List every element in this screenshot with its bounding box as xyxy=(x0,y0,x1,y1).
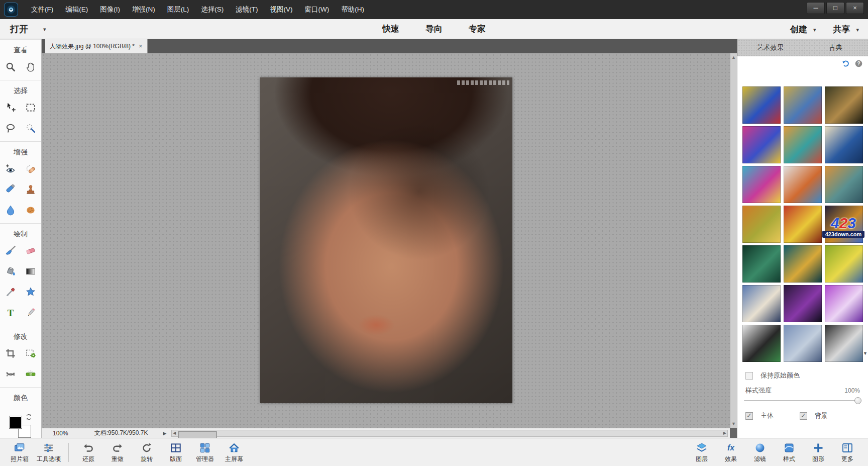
rotate-button[interactable]: 旋转 xyxy=(132,441,161,463)
thumb-boating-party[interactable] xyxy=(742,285,781,322)
mode-tab-guided[interactable]: 导向 xyxy=(412,19,456,39)
menu-view[interactable]: 视图(V) xyxy=(264,0,299,19)
type-tool[interactable]: T xyxy=(2,305,19,321)
hand-tool[interactable] xyxy=(22,59,39,75)
thumb-autumn-orchard[interactable] xyxy=(742,206,781,243)
scroll-down-icon[interactable]: ▼ xyxy=(730,421,737,426)
scroll-up-icon[interactable]: ▲ xyxy=(730,55,737,60)
document-close-icon[interactable]: × xyxy=(139,43,143,49)
brush-tool[interactable] xyxy=(2,243,19,259)
thumb-mosaic-portrait[interactable] xyxy=(784,86,822,124)
home-screen-button[interactable]: 主屏幕 xyxy=(220,441,249,463)
thumb-purple-fluid[interactable] xyxy=(825,285,863,322)
straighten-tool[interactable] xyxy=(22,366,39,382)
pencil-tool[interactable] xyxy=(22,305,39,321)
menu-file[interactable]: 文件(F) xyxy=(25,0,59,19)
thumb-teal-foliage[interactable] xyxy=(742,245,781,283)
scroll-left-icon[interactable]: ◀ xyxy=(173,430,176,436)
panel-scroll-down-icon[interactable]: ▼ xyxy=(863,351,867,356)
close-button[interactable]: × xyxy=(846,2,864,14)
photo-bin-button[interactable]: 照片箱 xyxy=(5,441,34,463)
maximize-button[interactable]: □ xyxy=(826,2,844,14)
undo-button[interactable]: 还原 xyxy=(74,441,103,463)
menu-image[interactable]: 图像(I) xyxy=(94,0,126,19)
thumb-concert-stage[interactable] xyxy=(784,285,822,322)
layers-button[interactable]: 图层 xyxy=(687,441,716,463)
clone-stamp-tool[interactable] xyxy=(22,181,39,198)
sponge-tool[interactable] xyxy=(22,202,39,218)
menu-help[interactable]: 帮助(H) xyxy=(335,0,370,19)
thumb-fauvist-village[interactable] xyxy=(784,126,822,163)
open-button[interactable]: 打开 xyxy=(10,19,28,39)
canvas-horizontal-scrollbar[interactable]: ◀ ▶ xyxy=(171,430,728,437)
organizer-button[interactable]: 管理器 xyxy=(190,441,220,463)
document-size-info[interactable]: 文档:950.7K/950.7K xyxy=(94,429,148,437)
swap-colors-icon[interactable] xyxy=(26,414,32,420)
thumb-van-gogh-portrait[interactable] xyxy=(825,166,863,203)
thumb-birch-abstract[interactable] xyxy=(825,325,863,362)
lasso-tool[interactable] xyxy=(2,120,19,136)
scroll-right-icon[interactable]: ▶ xyxy=(723,430,726,436)
style-intensity-slider[interactable] xyxy=(744,397,860,404)
background-checkbox[interactable] xyxy=(800,412,807,420)
blur-tool[interactable] xyxy=(2,202,19,218)
minimize-button[interactable]: ─ xyxy=(807,2,825,14)
menu-edit[interactable]: 编辑(E) xyxy=(59,0,94,19)
menu-layer[interactable]: 图层(L) xyxy=(161,0,195,19)
eyedropper-tool[interactable] xyxy=(2,284,19,300)
rect-marquee-tool[interactable] xyxy=(22,100,39,116)
thumb-great-wave[interactable] xyxy=(825,126,863,163)
document-tab[interactable]: 人物效果.jpg @ 100%(RGB/8) * × xyxy=(45,39,148,53)
mode-tab-quick[interactable]: 快速 xyxy=(369,19,412,39)
status-expand-icon[interactable]: ▶ xyxy=(163,431,166,436)
thumb-gold-teal-swirl[interactable] xyxy=(784,245,822,283)
panel-help-icon[interactable]: ? xyxy=(854,59,863,68)
open-dropdown-icon[interactable] xyxy=(43,19,46,39)
zoom-level[interactable]: 100% xyxy=(53,430,68,437)
thumb-pop-art-dog[interactable] xyxy=(784,166,822,203)
crop-tool[interactable] xyxy=(2,345,19,361)
graphics-button[interactable]: 图形 xyxy=(804,441,833,463)
foreground-color-swatch[interactable] xyxy=(9,416,22,429)
smart-brush-tool[interactable] xyxy=(2,181,19,198)
move-tool[interactable] xyxy=(2,100,19,116)
thumb-rainbow-portrait[interactable] xyxy=(742,126,781,163)
panel-reset-icon[interactable] xyxy=(841,59,850,68)
shape-tool[interactable] xyxy=(22,284,39,300)
red-eye-tool[interactable] xyxy=(2,161,19,177)
menu-filter[interactable]: 滤镜(T) xyxy=(230,0,264,19)
effects-button[interactable]: fx 效果 xyxy=(716,441,745,463)
styles-button[interactable]: 样式 xyxy=(775,441,804,463)
redo-button[interactable]: 重做 xyxy=(103,441,132,463)
eraser-tool[interactable] xyxy=(22,243,39,259)
thumb-abstract-face[interactable] xyxy=(742,86,781,124)
thumb-wheat-field[interactable] xyxy=(825,245,863,283)
share-button[interactable]: 共享 xyxy=(833,24,859,35)
panel-tab-artistic[interactable]: 艺术效果 xyxy=(737,39,803,56)
thumb-mona-lisa[interactable] xyxy=(825,86,863,124)
portrait-photo[interactable] xyxy=(260,77,512,403)
thumb-color-strokes[interactable] xyxy=(742,166,781,203)
layout-button[interactable]: 版面 xyxy=(161,441,190,463)
canvas-vertical-scrollbar[interactable]: ▲ ▼ xyxy=(730,53,737,428)
create-button[interactable]: 创建 xyxy=(790,24,816,35)
recompose-tool[interactable] xyxy=(22,345,39,361)
tool-options-button[interactable]: 工具选项 xyxy=(34,441,63,463)
spot-healing-tool[interactable] xyxy=(22,161,39,177)
more-button[interactable]: 更多 xyxy=(833,441,862,463)
keep-original-checkbox[interactable] xyxy=(745,372,753,380)
slider-handle[interactable] xyxy=(854,397,861,404)
filters-button[interactable]: 滤镜 xyxy=(745,441,775,463)
thumb-red-interior[interactable] xyxy=(784,206,822,243)
slider-track[interactable] xyxy=(744,400,860,401)
canvas-area[interactable] xyxy=(42,53,730,428)
menu-window[interactable]: 窗口(W) xyxy=(299,0,336,19)
panel-tab-classic[interactable]: 古典 xyxy=(803,39,868,56)
paint-bucket-tool[interactable] xyxy=(2,263,19,279)
thumb-ballet-dancers[interactable] xyxy=(784,325,822,362)
gradient-tool[interactable] xyxy=(22,263,39,279)
mode-tab-expert[interactable]: 专家 xyxy=(456,19,499,39)
thumb-cubist-geometric[interactable] xyxy=(742,325,781,362)
menu-select[interactable]: 选择(S) xyxy=(195,0,230,19)
content-aware-move-tool[interactable] xyxy=(2,366,19,382)
